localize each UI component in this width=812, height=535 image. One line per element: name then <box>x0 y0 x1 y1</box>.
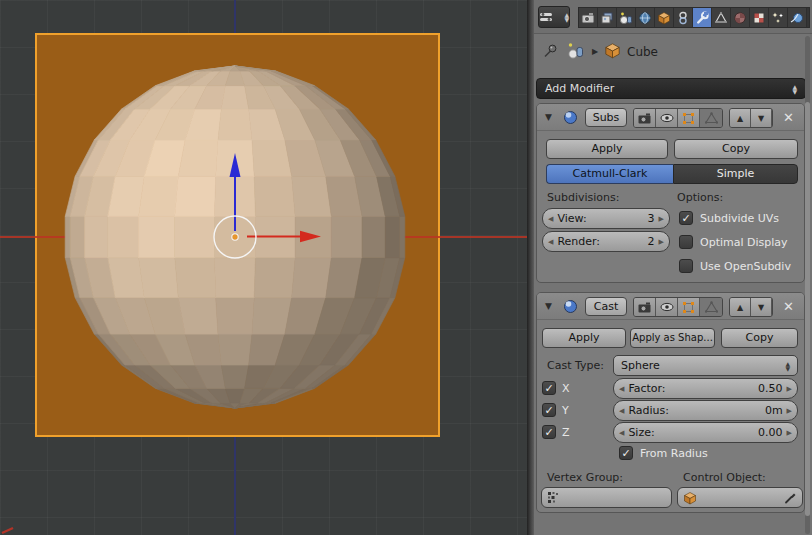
copy-button[interactable]: Copy <box>674 139 798 159</box>
eyedropper-icon[interactable] <box>784 491 797 504</box>
texture-checker-icon <box>752 11 766 25</box>
panel-scrollbar[interactable] <box>805 36 810 534</box>
cube-breadcrumb-icon <box>604 42 621 59</box>
tab-texture[interactable] <box>750 8 769 27</box>
toggle-render-visibility[interactable] <box>634 298 656 316</box>
decrement-arrow[interactable]: ◀ <box>619 385 624 393</box>
cage-triangle-icon <box>705 112 718 124</box>
use-opensubdiv-checkbox[interactable] <box>679 259 693 273</box>
expand-triangle[interactable]: ▼ <box>545 301 552 311</box>
toggle-viewport-visibility[interactable] <box>656 109 678 127</box>
catmull-clark-toggle[interactable]: Catmull-Clark <box>546 164 673 184</box>
move-modifier-up-button[interactable]: ▲ <box>730 298 751 316</box>
cast-type-dropdown[interactable]: Sphere ▲▼ <box>613 355 798 376</box>
camera-icon <box>581 11 595 25</box>
add-modifier-menu[interactable]: Add Modifier ▲▼ <box>536 78 806 99</box>
subdivide-uvs-checkbox[interactable]: ✓ <box>679 211 693 225</box>
subsurf-modifier-icon <box>563 110 578 125</box>
from-radius-checkbox[interactable]: ✓ <box>619 446 633 460</box>
factor-field[interactable]: ◀ Factor: 0.50 ▶ <box>613 378 798 399</box>
tab-particles[interactable] <box>769 8 788 27</box>
increment-arrow[interactable]: ▶ <box>787 407 792 415</box>
expand-triangle[interactable]: ▼ <box>545 112 552 122</box>
mesh-triangle-icon <box>714 11 728 25</box>
size-field[interactable]: ◀ Size: 0.00 ▶ <box>613 422 798 443</box>
factor-label: Factor: <box>628 382 665 395</box>
check-icon: ✓ <box>544 405 553 416</box>
tab-scene[interactable] <box>617 8 636 27</box>
axis-x-checkbox[interactable]: ✓ <box>542 381 556 395</box>
cube-icon <box>657 11 671 25</box>
modifier-name-field[interactable]: Cast <box>585 297 627 316</box>
axis-y-checkbox[interactable]: ✓ <box>542 403 556 417</box>
3d-viewport[interactable] <box>0 0 528 535</box>
radius-field[interactable]: ◀ Radius: 0m ▶ <box>613 400 798 421</box>
axis-z-label: Z <box>562 426 570 439</box>
modifier-panel-cast: ▼ Cast <box>536 292 805 513</box>
breadcrumb-arrow: ▶ <box>592 47 598 56</box>
decrement-arrow[interactable]: ◀ <box>548 215 553 223</box>
subdivided-sphere-object[interactable] <box>63 65 407 409</box>
decrement-arrow[interactable]: ◀ <box>619 407 624 415</box>
tab-object[interactable] <box>655 8 674 27</box>
pin-icon[interactable] <box>542 43 558 59</box>
toggle-render-visibility[interactable] <box>634 109 656 127</box>
view-subdivisions-field[interactable]: ◀ View: 3 ▶ <box>542 208 670 229</box>
add-modifier-label: Add Modifier <box>545 82 614 95</box>
selector-arrows: ▲▼ <box>564 12 569 22</box>
render-value: 2 <box>648 235 655 248</box>
render-subdivisions-field[interactable]: ◀ Render: 2 ▶ <box>542 231 670 252</box>
move-modifier-down-button[interactable]: ▼ <box>751 298 772 316</box>
move-modifier-up-button[interactable]: ▲ <box>730 109 751 127</box>
apply-as-shapekey-button[interactable]: Apply as Shap... <box>630 328 715 348</box>
scrollbar-thumb[interactable] <box>805 102 810 516</box>
tab-object-data[interactable] <box>712 8 731 27</box>
menu-updown-arrows: ▲▼ <box>792 84 797 94</box>
axis-y-label: Y <box>562 404 569 417</box>
copy-button[interactable]: Copy <box>721 328 798 348</box>
cast-header: ▼ Cast <box>537 293 804 320</box>
move-modifier-down-button[interactable]: ▼ <box>751 109 772 127</box>
tab-constraints[interactable] <box>674 8 693 27</box>
layers-icon <box>600 11 614 25</box>
delete-modifier-button[interactable]: ✕ <box>783 111 794 124</box>
editor-type-selector[interactable]: ▲▼ <box>538 6 570 28</box>
camera-icon <box>638 302 651 313</box>
decrement-arrow[interactable]: ◀ <box>548 238 553 246</box>
decrement-arrow[interactable]: ◀ <box>619 429 624 437</box>
tab-render[interactable] <box>579 8 598 27</box>
toggle-viewport-visibility[interactable] <box>656 298 678 316</box>
apply-button[interactable]: Apply <box>546 139 668 159</box>
apply-button[interactable]: Apply <box>542 328 626 348</box>
tab-physics[interactable] <box>788 8 807 27</box>
increment-arrow[interactable]: ▶ <box>787 385 792 393</box>
toggle-cage-display[interactable] <box>700 109 722 127</box>
toggle-cage-display[interactable] <box>700 298 722 316</box>
subdivide-uvs-label: Subdivide UVs <box>700 212 779 225</box>
increment-arrow[interactable]: ▶ <box>787 429 792 437</box>
toggle-editmode-display[interactable] <box>678 298 700 316</box>
size-label: Size: <box>628 426 654 439</box>
optimal-display-checkbox[interactable] <box>679 235 693 249</box>
toggle-editmode-display[interactable] <box>678 109 700 127</box>
tab-render-layers[interactable] <box>598 8 617 27</box>
axis-z-checkbox[interactable]: ✓ <box>542 425 556 439</box>
eye-icon <box>660 113 674 123</box>
tab-material[interactable] <box>731 8 750 27</box>
vertex-group-field[interactable] <box>541 487 672 508</box>
camera-icon <box>638 113 651 124</box>
increment-arrow[interactable]: ▶ <box>659 238 664 246</box>
check-icon: ✓ <box>544 427 553 438</box>
blender-window: ▲▼ <box>0 0 812 535</box>
tab-modifiers[interactable] <box>693 8 712 27</box>
tab-world[interactable] <box>636 8 655 27</box>
simple-toggle[interactable]: Simple <box>673 164 798 184</box>
control-object-field[interactable] <box>677 487 803 508</box>
delete-modifier-button[interactable]: ✕ <box>783 300 794 313</box>
modifier-name-field[interactable]: Subs <box>585 108 627 127</box>
increment-arrow[interactable]: ▶ <box>659 215 664 223</box>
editor-divider[interactable] <box>527 0 534 535</box>
globe-icon <box>638 11 652 25</box>
cast-type-label: Cast Type: <box>547 359 604 372</box>
scene-icon <box>619 11 633 25</box>
